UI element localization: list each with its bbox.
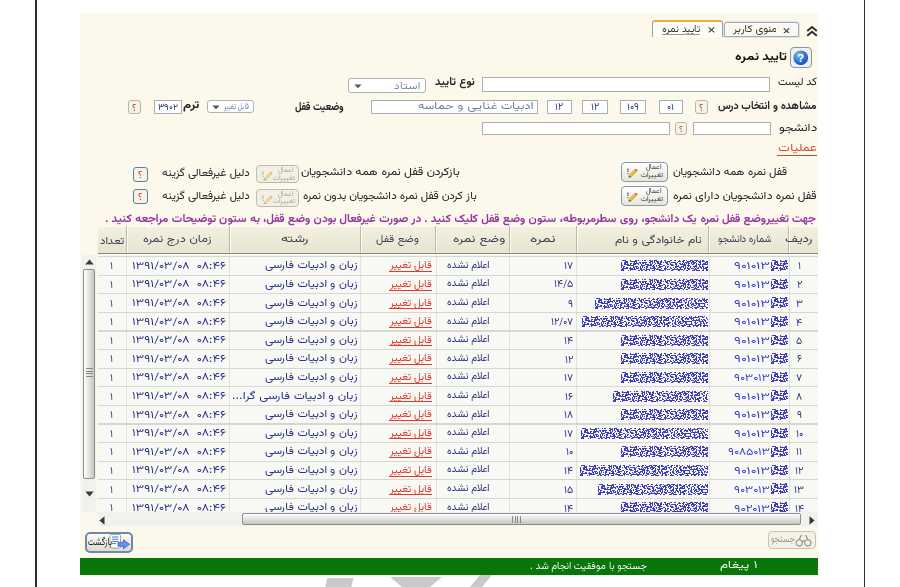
svg-text:?: ? [797, 51, 804, 63]
